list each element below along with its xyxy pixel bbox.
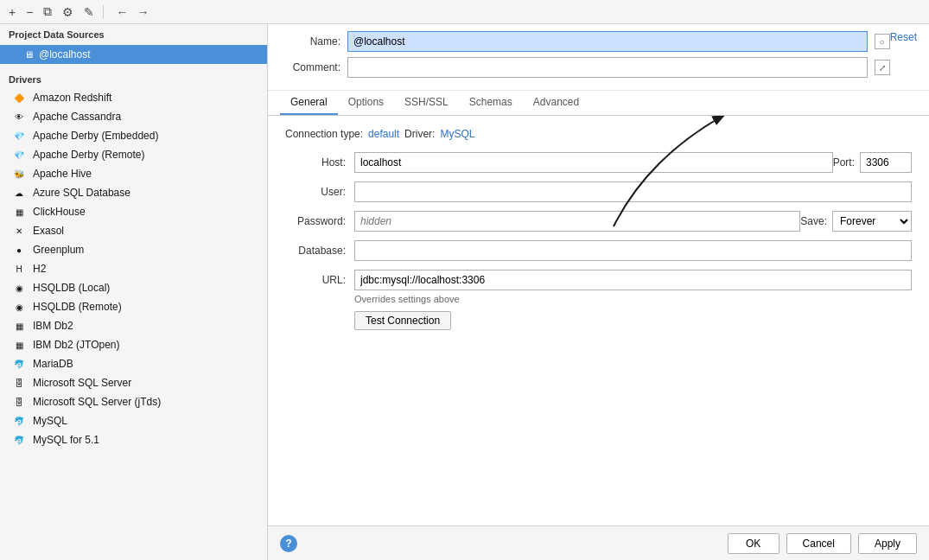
name-expand-btn[interactable]: ○ — [875, 34, 890, 49]
driver-icon: ◉ — [12, 281, 26, 295]
driver-item[interactable]: 🗄Microsoft SQL Server — [0, 373, 267, 392]
host-row: Host: Port: — [285, 152, 912, 173]
driver-label: MySQL — [33, 415, 67, 427]
driver-item[interactable]: ▦IBM Db2 — [0, 316, 267, 335]
driver-icon: 🐬 — [12, 414, 26, 428]
driver-label: Microsoft SQL Server (jTds) — [33, 396, 161, 408]
driver-item[interactable]: 🗄Microsoft SQL Server (jTds) — [0, 392, 267, 411]
connection-type-label: Connection type: — [285, 128, 363, 140]
datasource-label: @localhost — [39, 48, 91, 60]
datasource-icon: 🖥 — [24, 49, 34, 60]
driver-item[interactable]: ●Greenplum — [0, 240, 267, 259]
driver-item[interactable]: 🔶Amazon Redshift — [0, 88, 267, 107]
driver-icon: ▦ — [12, 319, 26, 333]
ok-button[interactable]: OK — [728, 533, 779, 554]
driver-item[interactable]: HH2 — [0, 259, 267, 278]
comment-expand-btn[interactable]: ⤢ — [875, 60, 890, 75]
drivers-list: 🔶Amazon Redshift👁Apache Cassandra💎Apache… — [0, 88, 267, 449]
database-input[interactable] — [354, 240, 912, 261]
bottom-bar: ? OK Cancel Apply — [268, 525, 929, 560]
edit-button[interactable]: ✎ — [80, 3, 98, 21]
driver-item[interactable]: 🐬MySQL for 5.1 — [0, 430, 267, 449]
url-label: URL: — [285, 274, 354, 286]
tab-ssh-ssl[interactable]: SSH/SSL — [394, 91, 459, 115]
comment-input[interactable] — [347, 57, 868, 78]
driver-label: MariaDB — [33, 358, 73, 370]
tab-advanced[interactable]: Advanced — [523, 91, 589, 115]
driver-icon: 💎 — [12, 129, 26, 143]
driver-label: HSQLDB (Remote) — [33, 301, 122, 313]
save-label: Save: — [800, 215, 827, 227]
project-header: Project Data Sources — [0, 24, 267, 45]
database-label: Database: — [285, 245, 354, 257]
driver-item[interactable]: ◉HSQLDB (Local) — [0, 278, 267, 297]
driver-label: Apache Derby (Embedded) — [33, 130, 158, 142]
driver-icon: 💎 — [12, 148, 26, 162]
driver-label: Apache Cassandra — [33, 111, 121, 123]
driver-item[interactable]: 🐝Apache Hive — [0, 164, 267, 183]
url-input[interactable] — [354, 270, 912, 290]
driver-value[interactable]: MySQL — [440, 128, 474, 140]
driver-item[interactable]: ◉HSQLDB (Remote) — [0, 297, 267, 316]
port-label: Port: — [833, 156, 855, 169]
driver-icon: 🐬 — [12, 433, 26, 447]
driver-label: Microsoft SQL Server — [33, 377, 131, 389]
save-select[interactable]: ForeverUntil restartNever — [832, 211, 912, 232]
datasource-item[interactable]: 🖥 @localhost — [0, 45, 267, 64]
driver-item[interactable]: 🐬MariaDB — [0, 354, 267, 373]
port-group: Port: — [833, 152, 912, 173]
help-icon[interactable]: ? — [280, 535, 297, 552]
driver-label: MySQL for 5.1 — [33, 434, 99, 446]
driver-icon: 👁 — [12, 110, 26, 124]
driver-label: Apache Derby (Remote) — [33, 149, 144, 161]
driver-item[interactable]: 👁Apache Cassandra — [0, 107, 267, 126]
settings-button[interactable]: ⚙ — [59, 3, 77, 21]
driver-item[interactable]: 💎Apache Derby (Remote) — [0, 145, 267, 164]
driver-item[interactable]: ▦ClickHouse — [0, 202, 267, 221]
name-input[interactable] — [347, 31, 868, 52]
reset-link[interactable]: Reset — [890, 31, 917, 43]
password-input[interactable] — [354, 211, 800, 232]
user-input[interactable] — [354, 181, 912, 202]
forward-button[interactable]: → — [133, 3, 152, 21]
driver-icon: ✕ — [12, 224, 26, 238]
back-button[interactable]: ← — [112, 3, 131, 21]
tab-general[interactable]: General — [280, 91, 338, 115]
toolbar-nav: ← → — [112, 3, 152, 21]
remove-button[interactable]: − — [22, 3, 36, 21]
right-panel: Name: ○ Comment: ⤢ Reset GeneralOptionsS… — [268, 24, 929, 560]
driver-item[interactable]: 🐬MySQL — [0, 411, 267, 430]
copy-button[interactable]: ⧉ — [40, 3, 55, 21]
password-row: Password: Save: ForeverUntil restartNeve… — [285, 211, 912, 232]
driver-item[interactable]: ☁Azure SQL Database — [0, 183, 267, 202]
driver-icon: ▦ — [12, 338, 26, 352]
host-input[interactable] — [354, 152, 833, 173]
tab-schemas[interactable]: Schemas — [459, 91, 523, 115]
toolbar: + − ⧉ ⚙ ✎ ← → — [0, 0, 929, 24]
driver-item[interactable]: ▦IBM Db2 (JTOpen) — [0, 335, 267, 354]
driver-item[interactable]: 💎Apache Derby (Embedded) — [0, 126, 267, 145]
driver-label: Driver: — [404, 128, 435, 140]
save-group: Save: ForeverUntil restartNever — [800, 211, 912, 232]
override-note: Overrides settings above — [354, 294, 912, 304]
url-row: URL: — [285, 270, 912, 290]
driver-item[interactable]: ✕Exasol — [0, 221, 267, 240]
driver-icon: 🔶 — [12, 91, 26, 105]
name-label: Name: — [280, 35, 340, 48]
test-connection-button[interactable]: Test Connection — [354, 311, 451, 330]
cancel-button[interactable]: Cancel — [786, 533, 851, 554]
database-row: Database: — [285, 240, 912, 261]
driver-label: Exasol — [33, 225, 64, 237]
connection-type-value[interactable]: default — [368, 128, 399, 140]
driver-icon: 🐝 — [12, 167, 26, 181]
comment-label: Comment: — [280, 61, 340, 73]
toolbar-separator — [103, 5, 104, 19]
apply-button[interactable]: Apply — [858, 533, 917, 554]
user-row: User: — [285, 181, 912, 202]
port-input[interactable] — [860, 152, 912, 173]
add-button[interactable]: + — [5, 3, 19, 21]
driver-icon: 🗄 — [12, 395, 26, 409]
tab-options[interactable]: Options — [338, 91, 394, 115]
driver-icon: 🐬 — [12, 357, 26, 371]
driver-label: ClickHouse — [33, 206, 86, 218]
